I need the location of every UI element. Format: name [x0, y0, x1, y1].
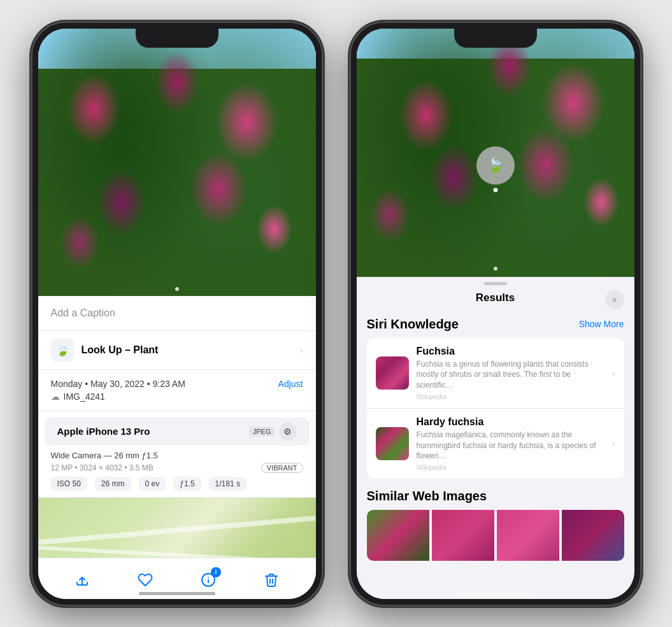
sheet-header: Results × — [357, 285, 634, 309]
similar-image-2[interactable] — [432, 510, 494, 561]
knowledge-item-hardy-fuchsia[interactable]: Hardy fuchsia Fuchsia magellanica, commo… — [367, 409, 624, 479]
exif-ev: 0 ev — [139, 477, 166, 491]
caption-area[interactable]: Add a Caption — [38, 296, 316, 331]
lookup-row[interactable]: 🍃 Look Up – Plant › — [38, 331, 316, 370]
lookup-label: Look Up – Plant — [82, 344, 159, 356]
fuchsia-info: Fuchsia Fuchsia is a genus of flowering … — [417, 346, 604, 400]
caption-placeholder[interactable]: Add a Caption — [51, 307, 115, 318]
home-indicator — [139, 592, 215, 595]
sheet-content: Siri Knowledge Show More Fuchsia Fuchsia… — [357, 309, 634, 599]
fuchsia-description: Fuchsia is a genus of flowering plants t… — [417, 359, 604, 391]
right-page-indicator — [494, 267, 497, 271]
fuchsia-chevron-icon: › — [612, 368, 615, 378]
similar-images-grid[interactable] — [367, 510, 624, 561]
info-button[interactable]: i — [194, 566, 222, 594]
siri-knowledge-title: Siri Knowledge — [367, 317, 459, 332]
lookup-icon: 🍃 — [51, 339, 74, 362]
exif-row: ISO 50 26 mm 0 ev ƒ1.5 1/181 s — [51, 477, 303, 491]
like-button[interactable] — [131, 566, 159, 594]
phones-container: Add a Caption 🍃 Look Up – Plant › Monday… — [18, 8, 655, 619]
format-badge: JPEG — [249, 426, 275, 437]
close-button[interactable]: × — [605, 290, 624, 309]
hardy-fuchsia-info: Hardy fuchsia Fuchsia magellanica, commo… — [417, 416, 604, 471]
similar-image-3[interactable] — [497, 510, 559, 561]
photo-date: Monday • May 30, 2022 • 9:23 AM — [51, 379, 185, 389]
lens-info: Wide Camera — 26 mm ƒ1.5 — [51, 451, 303, 460]
similar-image-4[interactable] — [562, 510, 624, 561]
exif-focal: 26 mm — [95, 477, 131, 491]
fuchsia-thumbnail — [376, 356, 409, 390]
hardy-fuchsia-source: Wikipedia — [417, 463, 604, 471]
exif-iso: ISO 50 — [51, 477, 87, 491]
adjust-button[interactable]: Adjust — [278, 379, 303, 389]
meta-section: Monday • May 30, 2022 • 9:23 AM Adjust ☁… — [38, 370, 316, 411]
right-flower-photo: 🍃 — [357, 29, 634, 277]
knowledge-item-fuchsia[interactable]: Fuchsia Fuchsia is a genus of flowering … — [367, 338, 624, 409]
page-indicator — [175, 287, 179, 291]
exif-shutter: 1/181 s — [209, 477, 247, 491]
hardy-fuchsia-chevron-icon: › — [612, 439, 615, 449]
hardy-fuchsia-name: Hardy fuchsia — [417, 416, 604, 428]
filename: IMG_4241 — [64, 391, 105, 402]
knowledge-card: Fuchsia Fuchsia is a genus of flowering … — [367, 338, 624, 479]
fuchsia-name: Fuchsia — [417, 346, 604, 357]
results-sheet: Results × Siri Knowledge Show More — [357, 277, 634, 599]
right-phone-screen: 🍃 Results × Siri Knowledg — [357, 29, 634, 599]
notch — [136, 29, 218, 48]
left-phone-screen: Add a Caption 🍃 Look Up – Plant › Monday… — [38, 29, 316, 599]
similar-image-1[interactable] — [367, 510, 429, 561]
left-phone-frame: Add a Caption 🍃 Look Up – Plant › Monday… — [31, 21, 324, 607]
siri-knowledge-header: Siri Knowledge Show More — [367, 317, 624, 332]
similar-images-title: Similar Web Images — [367, 489, 624, 504]
flower-photo — [38, 29, 316, 296]
fuchsia-source: Wikipedia — [417, 393, 604, 400]
resolution-info: 12 MP • 3024 × 4032 • 3.5 MB — [51, 463, 154, 472]
camera-model: Apple iPhone 13 Pro — [57, 426, 150, 437]
hardy-fuchsia-description: Fuchsia magellanica, commonly known as t… — [417, 430, 604, 461]
sheet-title: Results — [476, 292, 515, 304]
cloud-icon: ☁ — [51, 391, 60, 402]
right-home-indicator — [457, 592, 534, 595]
vibrant-badge: VIBRANT — [261, 463, 303, 473]
info-notification-badge: i — [211, 567, 221, 577]
similar-web-images-section: Similar Web Images — [367, 489, 624, 561]
lookup-chevron-icon: › — [300, 345, 303, 355]
siri-visual-button[interactable]: 🍃 — [476, 146, 515, 185]
camera-badges: JPEG ⚙ — [249, 423, 297, 440]
share-button[interactable] — [68, 566, 96, 594]
show-more-button[interactable]: Show More — [579, 319, 624, 329]
camera-details: Wide Camera — 26 mm ƒ1.5 12 MP • 3024 × … — [38, 451, 316, 491]
camera-settings-button[interactable]: ⚙ — [279, 423, 297, 440]
right-notch — [454, 29, 537, 48]
lookup-subject: Plant — [133, 344, 158, 355]
siri-dot — [493, 188, 497, 192]
hardy-fuchsia-thumbnail — [376, 427, 409, 460]
delete-button[interactable] — [257, 566, 285, 594]
right-phone-frame: 🍃 Results × Siri Knowledg — [349, 21, 642, 607]
camera-section: Apple iPhone 13 Pro JPEG ⚙ Wide Camera —… — [38, 411, 316, 498]
exif-aperture: ƒ1.5 — [173, 477, 201, 491]
